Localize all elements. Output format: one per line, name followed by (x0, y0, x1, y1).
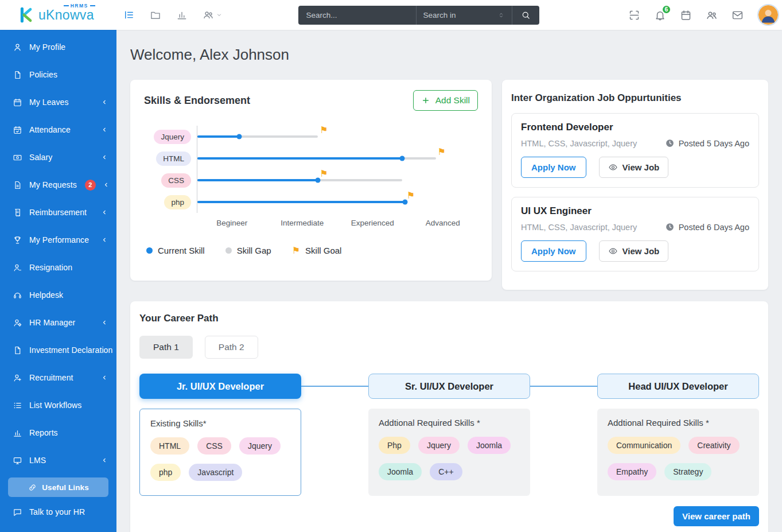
search-input[interactable] (298, 6, 416, 25)
view-job-button[interactable]: View Job (599, 240, 669, 262)
career-node-jr-uiux-developer[interactable]: Jr. UI/UX Developer (139, 374, 301, 399)
sidebar-item-label: Helpdesk (29, 290, 63, 300)
current-skill-bar (197, 179, 318, 181)
sidebar-item-label: Investment Declaration (29, 345, 112, 355)
sidebar-item-label: Salary (29, 153, 52, 162)
mail-icon[interactable] (732, 9, 744, 21)
sidebar-item-label: My Profile (29, 42, 65, 52)
career-path-card: Your Career Path Path 1 Path 2 Jr. UI/UX… (130, 301, 768, 532)
skill-bar-row: CSS ⚑ (144, 169, 478, 191)
skill-pill: Php (379, 437, 410, 454)
sidebar-item-policies[interactable]: Policies (0, 61, 116, 88)
sidebar-item-attendance[interactable]: Attendance (0, 116, 116, 143)
sidebar-item-label: Reimbursement (29, 208, 87, 217)
sidebar-item-label: HR Manager (29, 318, 75, 327)
tab-path-2[interactable]: Path 2 (205, 336, 258, 359)
sidebar-item-reports[interactable]: Reports (0, 419, 116, 446)
user-plus-icon (13, 373, 22, 383)
sidebar-item-my-leaves[interactable]: My Leaves (0, 88, 116, 116)
scan-icon[interactable] (628, 9, 640, 21)
sidebar-item-useful-links[interactable]: Useful Links (8, 477, 108, 497)
skill-pill: Communication (608, 437, 680, 454)
team-menu[interactable] (203, 9, 223, 21)
chevron-left-icon (101, 319, 108, 326)
apply-now-button[interactable]: Apply Now (521, 240, 586, 262)
skill-box-title: Addtional Required Skills * (608, 418, 749, 428)
skill-pill: Joomla (468, 437, 511, 454)
skill-pill: Creativity (688, 437, 739, 454)
x-axis-label: Experienced (337, 219, 408, 227)
sidebar-toggle-icon[interactable] (123, 9, 135, 21)
career-node-sr-uiux-developer[interactable]: Sr. UI/UX Developer (368, 374, 530, 399)
tab-path-1[interactable]: Path 1 (139, 336, 193, 359)
users-icon[interactable] (706, 9, 718, 21)
logo-hrms-badge: HRMS (64, 3, 95, 9)
sidebar-item-clipped[interactable] (0, 523, 116, 532)
user-gear-icon (13, 318, 22, 328)
skill-pill: php (150, 464, 181, 481)
chevron-left-icon (101, 154, 108, 161)
x-axis-label: Intermediate (267, 219, 338, 227)
receipt-icon (13, 208, 22, 218)
app-logo[interactable]: HRMS uKnowva (0, 6, 116, 24)
job-card-ui-ux-engineer: UI UX Engineer HTML, CSS, Javascript, Jq… (511, 197, 759, 271)
skill-pill: C++ (430, 463, 462, 480)
view-job-button[interactable]: View Job (599, 157, 669, 178)
chevron-left-icon (101, 99, 108, 106)
chart-x-axis-labels: Begineer Intermediate Experienced Advanc… (197, 219, 478, 227)
search-button[interactable] (512, 6, 539, 25)
skill-goal-flag-icon: ⚑ (292, 246, 300, 255)
global-search: Search in (298, 6, 539, 25)
job-title: UI UX Engineer (521, 205, 749, 217)
sidebar-item-my-performance[interactable]: My Performance (0, 226, 116, 254)
sidebar-item-investment-declaration[interactable]: Investment Declaration (0, 336, 116, 364)
sort-arrows-icon (497, 11, 505, 19)
list-icon (13, 401, 22, 410)
skill-gap-dot-icon (225, 247, 232, 254)
x-axis-label: Advanced (408, 219, 478, 227)
sidebar-item-salary[interactable]: Salary (0, 143, 116, 171)
sidebar-item-reimbursement[interactable]: Reimbursement (0, 199, 116, 226)
skills-chart: Jquery ⚑ HTML ⚑ (144, 126, 478, 227)
jobs-card-title: Inter Organization Job Oppurtunities (511, 92, 759, 104)
sidebar-item-lms[interactable]: LMS (0, 446, 116, 474)
sidebar-item-list-workflows[interactable]: List Workflows (0, 391, 116, 419)
apply-now-button[interactable]: Apply Now (521, 157, 586, 178)
sidebar-item-hr-manager[interactable]: HR Manager (0, 309, 116, 336)
folder-icon[interactable] (150, 9, 161, 21)
sidebar-item-label: Policies (29, 70, 57, 79)
sidebar-item-resignation[interactable]: Resignation (0, 254, 116, 281)
sidebar-item-recruitment[interactable]: Recruitment (0, 364, 116, 391)
add-skill-button[interactable]: Add Skill (413, 90, 478, 111)
current-skill-bar (197, 201, 405, 203)
current-skill-dot-icon (146, 247, 153, 254)
clock-icon (665, 222, 675, 232)
job-skills: HTML, CSS, Javascript, Jquery (521, 223, 637, 232)
sidebar-item-my-requests[interactable]: My Requests 2 (0, 171, 116, 199)
sidebar-item-helpdesk[interactable]: Helpdesk (0, 281, 116, 309)
sidebar-item-talk-to-your-hr[interactable]: Talk to your HR (0, 500, 116, 523)
skill-label-pill: php (164, 195, 191, 209)
page-title: Welcome, Alex Johnson (130, 46, 768, 64)
avatar[interactable] (757, 4, 779, 26)
skill-pill: HTML (150, 437, 189, 455)
skill-pill: Jquery (239, 437, 281, 455)
bar-chart-icon[interactable] (176, 9, 188, 21)
chart-legend: Current Skill Skill Gap ⚑ Skill Goal (144, 246, 478, 255)
view-career-path-button[interactable]: View career path (674, 506, 759, 526)
plus-icon (421, 96, 430, 105)
bar-chart-icon (13, 428, 22, 438)
skill-pill: Empathy (608, 463, 656, 480)
sidebar-item-my-profile[interactable]: My Profile (0, 33, 116, 61)
monitor-icon (13, 456, 22, 465)
additional-required-skills-box: Addtional Required Skills * Php Jquery J… (368, 409, 530, 496)
chevron-left-icon (101, 209, 108, 216)
calendar-icon[interactable] (680, 9, 692, 21)
current-skill-dot (237, 134, 242, 139)
career-node-head-uiux-developer[interactable]: Head UI/UX Developer (597, 374, 759, 399)
chevron-left-icon (101, 236, 108, 243)
search-scope-select[interactable]: Search in (417, 6, 512, 25)
notifications-bell[interactable]: 6 (654, 9, 666, 21)
chevron-left-icon (101, 457, 108, 464)
current-skill-bar (197, 157, 402, 160)
